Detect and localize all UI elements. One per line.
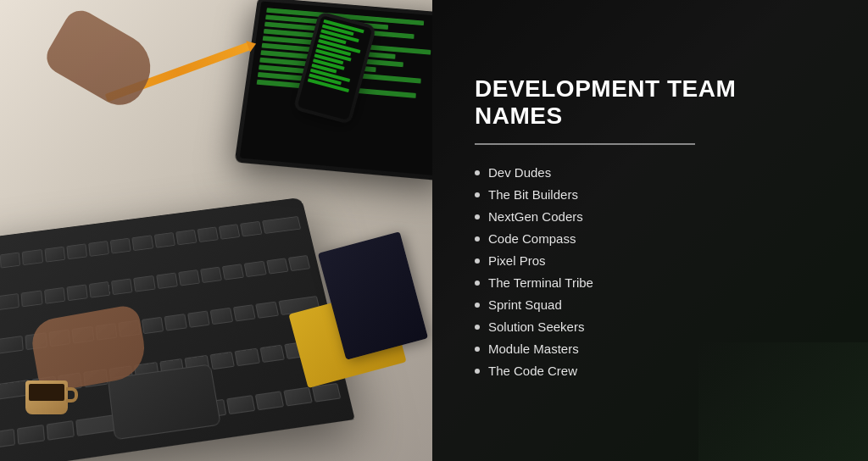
list-item: The Terminal Tribe (475, 275, 826, 290)
list-item: Module Masters (475, 342, 826, 356)
team-name-text: Solution Seekers (488, 319, 584, 334)
team-name-text: Module Masters (488, 342, 579, 356)
team-name-text: The Code Crew (488, 364, 577, 378)
title-underline (475, 143, 695, 145)
team-name-text: Code Compass (488, 231, 576, 246)
team-name-text: Pixel Pros (488, 253, 546, 268)
bullet-icon (475, 325, 480, 330)
bullet-icon (475, 214, 480, 219)
photo-panel (0, 0, 432, 461)
list-item: NextGen Coders (475, 209, 826, 224)
content-panel: DEVELOPMENT TEAM NAMES Dev DudesThe Bit … (432, 0, 868, 461)
bullet-icon (475, 170, 480, 175)
bullet-icon (475, 369, 480, 374)
list-item: Code Compass (475, 231, 826, 246)
coffee-cup (25, 380, 72, 427)
bullet-icon (475, 192, 480, 197)
bullet-icon (475, 236, 480, 242)
bullet-icon (475, 347, 480, 352)
bullet-icon (475, 258, 480, 264)
bullet-icon (475, 303, 480, 308)
team-name-text: The Bit Builders (488, 187, 578, 202)
list-item: The Code Crew (475, 364, 826, 378)
list-item: Pixel Pros (475, 253, 826, 268)
team-name-text: Dev Dudes (488, 165, 551, 180)
team-name-text: Sprint Squad (488, 297, 562, 312)
page-title: DEVELOPMENT TEAM NAMES (475, 75, 826, 130)
list-item: Solution Seekers (475, 319, 826, 334)
list-item: The Bit Builders (475, 187, 826, 202)
team-name-text: NextGen Coders (488, 209, 583, 224)
list-item: Sprint Squad (475, 297, 826, 312)
list-item: Dev Dudes (475, 165, 826, 180)
bullet-icon (475, 280, 480, 286)
team-name-text: The Terminal Tribe (488, 275, 593, 290)
team-list: Dev DudesThe Bit BuildersNextGen CodersC… (475, 165, 826, 378)
